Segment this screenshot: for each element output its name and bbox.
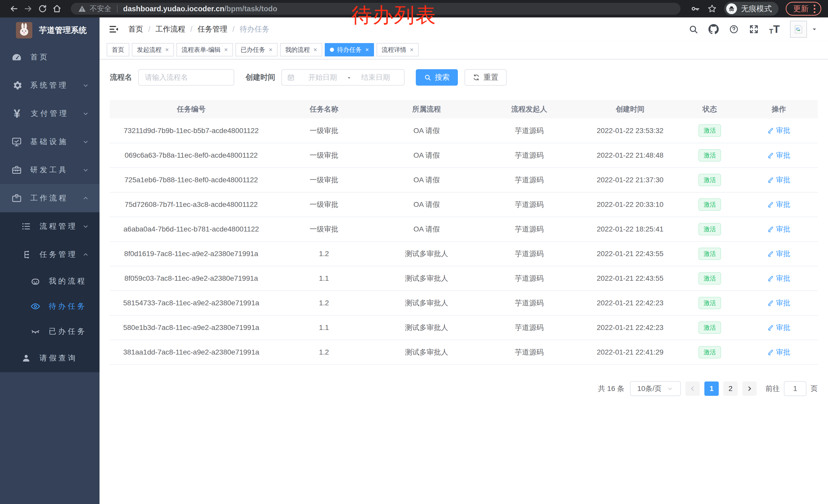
col-task-id: 任务编号 bbox=[110, 100, 273, 119]
sidebar-item-process-mgmt[interactable]: 流程管理 bbox=[0, 212, 99, 240]
tab-6[interactable]: 流程详情× bbox=[377, 43, 419, 56]
sidebar-item-infra[interactable]: 基础设施 bbox=[0, 128, 99, 156]
tab-1[interactable]: 发起流程× bbox=[132, 43, 174, 56]
tab-label: 流程表单-编辑 bbox=[181, 46, 220, 54]
cell-time: 2022-01-21 22:43:55 bbox=[580, 241, 679, 266]
approve-button[interactable]: 审批 bbox=[767, 348, 790, 357]
sidebar-item-workflow[interactable]: 工作流程 bbox=[0, 184, 99, 212]
search-button[interactable]: 搜索 bbox=[416, 69, 458, 86]
update-button[interactable]: 更新 bbox=[786, 2, 821, 16]
fullscreen-icon[interactable] bbox=[749, 25, 759, 34]
page-button-2[interactable]: 2 bbox=[723, 381, 738, 396]
start-date-placeholder: 开始日期 bbox=[299, 73, 346, 82]
chevron-up-icon bbox=[82, 194, 89, 202]
reset-button[interactable]: 重置 bbox=[464, 69, 507, 86]
cell-actions: 审批 bbox=[740, 340, 818, 365]
font-size-icon[interactable]: TT bbox=[769, 24, 780, 35]
sidebar-item-done-tasks[interactable]: 已办任务 bbox=[0, 319, 99, 344]
breadcrumb-home[interactable]: 首页 bbox=[128, 24, 143, 34]
back-icon[interactable] bbox=[7, 2, 21, 16]
approve-button[interactable]: 审批 bbox=[767, 126, 790, 135]
workflow-submenu: 流程管理 任务管理 我的流程 待办任务 已办 bbox=[0, 212, 99, 372]
col-actions: 操作 bbox=[740, 100, 818, 119]
browser-menu-icon[interactable] bbox=[814, 5, 816, 13]
approve-button[interactable]: 审批 bbox=[767, 200, 790, 210]
sidebar-item-leave-query[interactable]: 请假查询 bbox=[0, 344, 99, 372]
sidebar-item-system[interactable]: 系统管理 bbox=[0, 71, 99, 99]
process-name-input[interactable] bbox=[138, 69, 234, 86]
cell-actions: 审批 bbox=[740, 168, 818, 192]
cell-actions: 审批 bbox=[740, 241, 818, 266]
briefcase-icon bbox=[11, 193, 22, 203]
page-size-select[interactable]: 10条/页 bbox=[630, 381, 681, 396]
browser-toolbar: 不安全 dashboard.yudao.iocoder.cn/bpm/task/… bbox=[0, 0, 828, 17]
cell-flow: 测试多审批人 bbox=[375, 241, 478, 266]
tab-label: 流程详情 bbox=[382, 46, 406, 54]
sidebar-item-home[interactable]: 首页 bbox=[0, 43, 99, 71]
incognito-label: 无痕模式 bbox=[741, 4, 772, 14]
approve-button[interactable]: 审批 bbox=[767, 175, 790, 185]
date-range-picker[interactable]: 开始日期 - 结束日期 bbox=[281, 69, 405, 86]
tab-5[interactable]: 待办任务× bbox=[325, 43, 374, 56]
chevron-up-icon bbox=[82, 251, 89, 258]
tab-label: 待办任务 bbox=[337, 46, 362, 54]
sidebar-item-todo-tasks[interactable]: 待办任务 bbox=[0, 294, 99, 319]
forward-icon[interactable] bbox=[21, 2, 35, 16]
home-icon[interactable] bbox=[50, 2, 64, 16]
sidebar-item-devtools[interactable]: 研发工具 bbox=[0, 156, 99, 184]
search-icon[interactable] bbox=[689, 25, 698, 34]
breadcrumb-task-mgmt[interactable]: 任务管理 bbox=[198, 24, 227, 34]
approve-button[interactable]: 审批 bbox=[767, 274, 790, 283]
approve-button[interactable]: 审批 bbox=[767, 150, 790, 160]
app-title: 芋道管理系统 bbox=[39, 25, 87, 36]
tab-0[interactable]: 首页 bbox=[107, 43, 129, 56]
approve-button[interactable]: 审批 bbox=[767, 249, 790, 259]
update-label: 更新 bbox=[793, 4, 809, 14]
approve-button[interactable]: 审批 bbox=[767, 323, 790, 332]
cell-status: 激活 bbox=[680, 291, 740, 315]
hamburger-icon[interactable] bbox=[109, 24, 119, 34]
avatar[interactable] bbox=[790, 21, 807, 38]
url-bar[interactable]: 不安全 dashboard.yudao.iocoder.cn/bpm/task/… bbox=[71, 3, 680, 15]
reload-icon[interactable] bbox=[35, 2, 50, 16]
close-icon[interactable]: × bbox=[224, 47, 228, 53]
cell-name: 一级审批 bbox=[273, 168, 375, 192]
tab-3[interactable]: 已办任务× bbox=[236, 43, 278, 56]
sidebar-item-payment[interactable]: ¥ 支付管理 bbox=[0, 99, 99, 128]
close-icon[interactable]: × bbox=[165, 47, 169, 53]
sidebar-item-task-mgmt[interactable]: 任务管理 bbox=[0, 240, 99, 269]
goto-page-input[interactable] bbox=[784, 381, 806, 396]
status-badge: 激活 bbox=[699, 346, 721, 359]
chevron-down-icon bbox=[82, 110, 89, 117]
close-icon[interactable]: × bbox=[410, 47, 413, 53]
user-menu[interactable] bbox=[790, 21, 818, 38]
star-icon[interactable] bbox=[707, 4, 717, 13]
close-icon[interactable]: × bbox=[269, 47, 273, 53]
next-page-button[interactable] bbox=[742, 381, 757, 396]
app-logo[interactable]: 芋道管理系统 bbox=[0, 17, 99, 43]
sidebar-item-my-process[interactable]: 我的流程 bbox=[0, 269, 99, 294]
tab-2[interactable]: 流程表单-编辑× bbox=[176, 43, 233, 56]
approve-button[interactable]: 审批 bbox=[767, 224, 790, 234]
github-icon[interactable] bbox=[708, 24, 719, 34]
close-icon[interactable]: × bbox=[365, 47, 369, 53]
tab-4[interactable]: 我的流程× bbox=[280, 43, 322, 56]
warning-icon[interactable] bbox=[78, 5, 86, 13]
end-date-placeholder: 结束日期 bbox=[353, 73, 399, 82]
monitor-icon bbox=[11, 136, 22, 147]
cell-starter: 芋道源码 bbox=[478, 266, 580, 291]
help-icon[interactable] bbox=[729, 25, 739, 34]
cell-id: 58154733-7ac8-11ec-a9e2-a2380e71991a bbox=[110, 291, 273, 315]
refresh-icon bbox=[473, 74, 480, 81]
approve-button[interactable]: 审批 bbox=[767, 298, 790, 308]
prev-page-button[interactable] bbox=[686, 381, 700, 396]
key-icon[interactable] bbox=[691, 4, 700, 13]
incognito-badge: 无痕模式 bbox=[724, 2, 779, 16]
toolbox-icon bbox=[11, 165, 22, 175]
cell-name: 1.2 bbox=[273, 241, 375, 266]
breadcrumb-workflow[interactable]: 工作流程 bbox=[156, 24, 185, 34]
close-icon[interactable]: × bbox=[314, 47, 317, 53]
page-button-1[interactable]: 1 bbox=[704, 381, 719, 396]
cell-id: 75d72608-7b7f-11ec-a3c8-acde48001122 bbox=[110, 192, 273, 217]
chevron-down-icon bbox=[82, 166, 89, 174]
